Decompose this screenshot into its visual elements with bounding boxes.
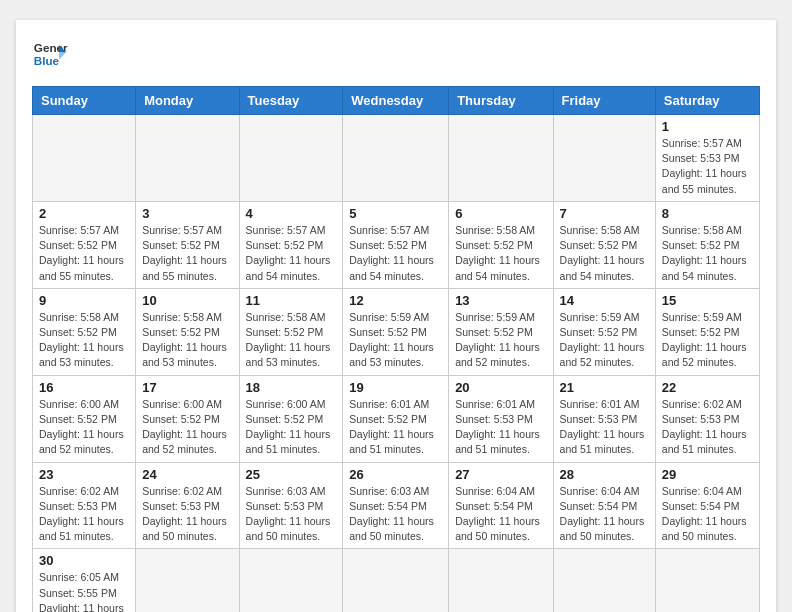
calendar-day xyxy=(655,549,759,612)
day-number: 8 xyxy=(662,206,753,221)
day-number: 25 xyxy=(246,467,337,482)
calendar-week-3: 16Sunrise: 6:00 AMSunset: 5:52 PMDayligh… xyxy=(33,375,760,462)
day-info: Sunrise: 5:57 AMSunset: 5:52 PMDaylight:… xyxy=(39,223,129,284)
calendar-day xyxy=(553,549,655,612)
calendar-day: 14Sunrise: 5:59 AMSunset: 5:52 PMDayligh… xyxy=(553,288,655,375)
calendar-container: General Blue SundayMondayTuesdayWednesda… xyxy=(16,20,776,612)
day-number: 26 xyxy=(349,467,442,482)
day-number: 13 xyxy=(455,293,546,308)
calendar-header: General Blue xyxy=(32,36,760,72)
day-number: 30 xyxy=(39,553,129,568)
calendar-day: 8Sunrise: 5:58 AMSunset: 5:52 PMDaylight… xyxy=(655,201,759,288)
day-info: Sunrise: 6:03 AMSunset: 5:54 PMDaylight:… xyxy=(349,484,442,545)
day-number: 6 xyxy=(455,206,546,221)
calendar-day: 20Sunrise: 6:01 AMSunset: 5:53 PMDayligh… xyxy=(449,375,553,462)
svg-text:Blue: Blue xyxy=(34,54,60,67)
calendar-day: 6Sunrise: 5:58 AMSunset: 5:52 PMDaylight… xyxy=(449,201,553,288)
day-number: 23 xyxy=(39,467,129,482)
weekday-header-friday: Friday xyxy=(553,87,655,115)
svg-marker-3 xyxy=(59,52,66,59)
day-info: Sunrise: 6:04 AMSunset: 5:54 PMDaylight:… xyxy=(560,484,649,545)
day-number: 29 xyxy=(662,467,753,482)
day-info: Sunrise: 5:57 AMSunset: 5:53 PMDaylight:… xyxy=(662,136,753,197)
calendar-day: 18Sunrise: 6:00 AMSunset: 5:52 PMDayligh… xyxy=(239,375,343,462)
calendar-day: 17Sunrise: 6:00 AMSunset: 5:52 PMDayligh… xyxy=(136,375,239,462)
day-number: 11 xyxy=(246,293,337,308)
calendar-day: 19Sunrise: 6:01 AMSunset: 5:52 PMDayligh… xyxy=(343,375,449,462)
calendar-day xyxy=(239,115,343,202)
day-number: 27 xyxy=(455,467,546,482)
day-info: Sunrise: 5:59 AMSunset: 5:52 PMDaylight:… xyxy=(455,310,546,371)
calendar-day: 13Sunrise: 5:59 AMSunset: 5:52 PMDayligh… xyxy=(449,288,553,375)
calendar-day: 4Sunrise: 5:57 AMSunset: 5:52 PMDaylight… xyxy=(239,201,343,288)
day-number: 2 xyxy=(39,206,129,221)
calendar-day: 25Sunrise: 6:03 AMSunset: 5:53 PMDayligh… xyxy=(239,462,343,549)
day-number: 18 xyxy=(246,380,337,395)
calendar-week-1: 2Sunrise: 5:57 AMSunset: 5:52 PMDaylight… xyxy=(33,201,760,288)
day-info: Sunrise: 6:02 AMSunset: 5:53 PMDaylight:… xyxy=(39,484,129,545)
day-info: Sunrise: 5:58 AMSunset: 5:52 PMDaylight:… xyxy=(142,310,232,371)
day-info: Sunrise: 6:02 AMSunset: 5:53 PMDaylight:… xyxy=(142,484,232,545)
day-info: Sunrise: 6:00 AMSunset: 5:52 PMDaylight:… xyxy=(39,397,129,458)
calendar-week-5: 30Sunrise: 6:05 AMSunset: 5:55 PMDayligh… xyxy=(33,549,760,612)
logo: General Blue xyxy=(32,36,68,72)
weekday-header-wednesday: Wednesday xyxy=(343,87,449,115)
day-info: Sunrise: 6:03 AMSunset: 5:53 PMDaylight:… xyxy=(246,484,337,545)
day-info: Sunrise: 6:00 AMSunset: 5:52 PMDaylight:… xyxy=(142,397,232,458)
calendar-week-0: 1Sunrise: 5:57 AMSunset: 5:53 PMDaylight… xyxy=(33,115,760,202)
day-info: Sunrise: 5:57 AMSunset: 5:52 PMDaylight:… xyxy=(142,223,232,284)
calendar-day: 29Sunrise: 6:04 AMSunset: 5:54 PMDayligh… xyxy=(655,462,759,549)
calendar-day: 22Sunrise: 6:02 AMSunset: 5:53 PMDayligh… xyxy=(655,375,759,462)
calendar-day xyxy=(449,549,553,612)
day-number: 20 xyxy=(455,380,546,395)
calendar-day xyxy=(449,115,553,202)
day-number: 9 xyxy=(39,293,129,308)
day-info: Sunrise: 5:59 AMSunset: 5:52 PMDaylight:… xyxy=(349,310,442,371)
calendar-table: SundayMondayTuesdayWednesdayThursdayFrid… xyxy=(32,86,760,612)
calendar-day: 10Sunrise: 5:58 AMSunset: 5:52 PMDayligh… xyxy=(136,288,239,375)
day-number: 14 xyxy=(560,293,649,308)
calendar-day xyxy=(343,549,449,612)
calendar-day: 9Sunrise: 5:58 AMSunset: 5:52 PMDaylight… xyxy=(33,288,136,375)
day-number: 15 xyxy=(662,293,753,308)
day-info: Sunrise: 5:58 AMSunset: 5:52 PMDaylight:… xyxy=(246,310,337,371)
calendar-day: 12Sunrise: 5:59 AMSunset: 5:52 PMDayligh… xyxy=(343,288,449,375)
day-info: Sunrise: 6:02 AMSunset: 5:53 PMDaylight:… xyxy=(662,397,753,458)
calendar-day xyxy=(136,115,239,202)
calendar-day xyxy=(136,549,239,612)
day-number: 10 xyxy=(142,293,232,308)
calendar-day: 24Sunrise: 6:02 AMSunset: 5:53 PMDayligh… xyxy=(136,462,239,549)
day-number: 7 xyxy=(560,206,649,221)
calendar-day: 26Sunrise: 6:03 AMSunset: 5:54 PMDayligh… xyxy=(343,462,449,549)
calendar-day: 27Sunrise: 6:04 AMSunset: 5:54 PMDayligh… xyxy=(449,462,553,549)
calendar-day xyxy=(553,115,655,202)
day-info: Sunrise: 5:58 AMSunset: 5:52 PMDaylight:… xyxy=(560,223,649,284)
calendar-day: 23Sunrise: 6:02 AMSunset: 5:53 PMDayligh… xyxy=(33,462,136,549)
calendar-day: 3Sunrise: 5:57 AMSunset: 5:52 PMDaylight… xyxy=(136,201,239,288)
calendar-day xyxy=(33,115,136,202)
weekday-header-monday: Monday xyxy=(136,87,239,115)
day-number: 3 xyxy=(142,206,232,221)
weekday-header-tuesday: Tuesday xyxy=(239,87,343,115)
day-info: Sunrise: 6:04 AMSunset: 5:54 PMDaylight:… xyxy=(662,484,753,545)
day-info: Sunrise: 6:04 AMSunset: 5:54 PMDaylight:… xyxy=(455,484,546,545)
day-info: Sunrise: 6:01 AMSunset: 5:53 PMDaylight:… xyxy=(560,397,649,458)
day-info: Sunrise: 6:01 AMSunset: 5:52 PMDaylight:… xyxy=(349,397,442,458)
calendar-day xyxy=(239,549,343,612)
calendar-day: 11Sunrise: 5:58 AMSunset: 5:52 PMDayligh… xyxy=(239,288,343,375)
day-info: Sunrise: 5:58 AMSunset: 5:52 PMDaylight:… xyxy=(39,310,129,371)
day-info: Sunrise: 5:59 AMSunset: 5:52 PMDaylight:… xyxy=(560,310,649,371)
day-number: 17 xyxy=(142,380,232,395)
calendar-day xyxy=(343,115,449,202)
calendar-week-2: 9Sunrise: 5:58 AMSunset: 5:52 PMDaylight… xyxy=(33,288,760,375)
weekday-header-saturday: Saturday xyxy=(655,87,759,115)
calendar-day: 7Sunrise: 5:58 AMSunset: 5:52 PMDaylight… xyxy=(553,201,655,288)
calendar-day: 16Sunrise: 6:00 AMSunset: 5:52 PMDayligh… xyxy=(33,375,136,462)
day-info: Sunrise: 6:01 AMSunset: 5:53 PMDaylight:… xyxy=(455,397,546,458)
day-number: 22 xyxy=(662,380,753,395)
day-info: Sunrise: 5:59 AMSunset: 5:52 PMDaylight:… xyxy=(662,310,753,371)
day-number: 19 xyxy=(349,380,442,395)
day-info: Sunrise: 6:00 AMSunset: 5:52 PMDaylight:… xyxy=(246,397,337,458)
day-info: Sunrise: 5:57 AMSunset: 5:52 PMDaylight:… xyxy=(349,223,442,284)
day-number: 4 xyxy=(246,206,337,221)
